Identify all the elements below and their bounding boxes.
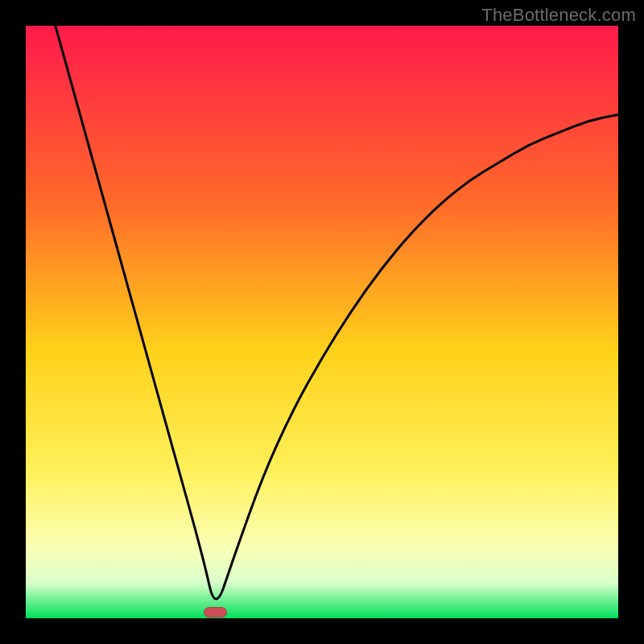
chart-canvas [26,26,618,618]
watermark-text: TheBottleneck.com [481,5,636,26]
gradient-background [26,26,618,618]
chart-frame: TheBottleneck.com [0,0,644,644]
plot-area [26,26,618,618]
min-marker [204,608,227,617]
